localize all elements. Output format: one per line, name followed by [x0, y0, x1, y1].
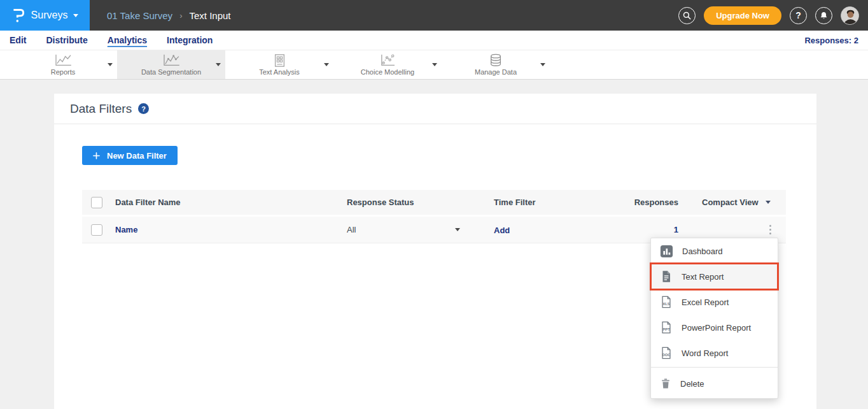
responses-value[interactable]: 1: [631, 225, 685, 234]
toolbar-item-label: Data Segmentation: [141, 68, 201, 76]
menu-item-word-report[interactable]: DOC Word Report: [651, 340, 778, 366]
table-header-row: Data Filter Name Response Status Time Fi…: [82, 190, 786, 217]
col-header-time-filter: Time Filter: [489, 197, 631, 207]
menu-item-label: Excel Report: [682, 298, 729, 307]
menu-item-powerpoint-report[interactable]: PPT PowerPoint Report: [651, 315, 778, 340]
dotted-trend-icon: [378, 54, 397, 68]
toolbar-item-manage-data[interactable]: Manage Data: [442, 50, 550, 79]
menu-divider: [651, 367, 778, 368]
col-header-response-status: Response Status: [342, 197, 489, 207]
chevron-down-icon: [766, 201, 771, 204]
breadcrumb-separator: ›: [179, 11, 182, 20]
chevron-down-icon: [73, 14, 78, 17]
toolbar-item-text-analysis[interactable]: Text Analysis: [225, 50, 333, 79]
trash-icon: [659, 377, 672, 390]
notifications-button[interactable]: [815, 7, 832, 24]
question-mark-icon: ?: [141, 105, 146, 113]
analytics-toolbar: Reports Data Segmentation: [0, 50, 868, 80]
user-avatar[interactable]: [841, 6, 859, 25]
database-icon: [487, 54, 504, 68]
ppt-file-icon: PPT: [659, 320, 673, 334]
toolbar-item-label: Manage Data: [475, 68, 517, 76]
scatter-line-chart-icon: [161, 54, 181, 68]
news-grid-icon: [271, 54, 288, 68]
plus-icon: [93, 152, 100, 159]
menu-item-label: Word Report: [682, 348, 728, 358]
breadcrumb-survey-link[interactable]: 01 Take Survey: [107, 10, 172, 21]
tab-edit[interactable]: Edit: [10, 35, 26, 46]
menu-item-label: Delete: [680, 379, 704, 389]
toolbar-item-choice-modelling[interactable]: Choice Modelling: [333, 50, 442, 79]
data-filters-help-icon[interactable]: ?: [138, 103, 149, 114]
menu-item-excel-report[interactable]: XLS Excel Report: [651, 289, 778, 315]
row-checkbox[interactable]: [91, 224, 102, 236]
responses-count: Responses: 2: [804, 36, 858, 45]
menu-item-label: PowerPoint Report: [682, 323, 751, 333]
response-status-select[interactable]: All: [342, 225, 460, 234]
product-name: Surveys: [31, 10, 68, 21]
chevron-down-icon[interactable]: [432, 63, 437, 66]
proprofs-logo-icon: [11, 7, 25, 24]
toolbar-item-reports[interactable]: Reports: [9, 50, 117, 79]
card-header: Data Filters ?: [54, 94, 816, 124]
row-actions: [685, 223, 786, 237]
help-button[interactable]: ?: [790, 7, 807, 24]
chevron-down-icon[interactable]: [540, 63, 545, 66]
select-all-checkbox[interactable]: [91, 197, 102, 208]
chevron-down-icon[interactable]: [324, 63, 329, 66]
upgrade-now-button[interactable]: Upgrade Now: [704, 6, 781, 25]
dashboard-icon: [659, 244, 674, 259]
nav-tabs: Edit Distribute Analytics Integration: [10, 35, 213, 46]
tab-integration[interactable]: Integration: [167, 35, 213, 46]
menu-item-text-report[interactable]: Text Report: [651, 264, 778, 289]
search-button[interactable]: [678, 7, 696, 24]
card-body: New Data Filter Data Filter Name Respons…: [54, 124, 816, 243]
compact-view-dropdown[interactable]: Compact View: [702, 197, 786, 207]
text-report-icon: [659, 269, 673, 283]
time-filter-add-link[interactable]: Add: [494, 226, 510, 235]
doc-file-icon: DOC: [659, 346, 673, 360]
new-data-filter-label: New Data Filter: [107, 151, 167, 161]
col-header-responses: Responses: [631, 197, 685, 207]
menu-item-label: Text Report: [682, 272, 724, 282]
row-menu-kebab-icon[interactable]: [767, 223, 774, 237]
line-chart-icon: [53, 54, 73, 68]
chevron-down-icon: [455, 228, 460, 231]
menu-item-dashboard[interactable]: Dashboard: [651, 238, 778, 264]
compact-view-label: Compact View: [702, 197, 759, 207]
toolbar-item-data-segmentation[interactable]: Data Segmentation: [117, 50, 225, 79]
menu-item-label: Dashboard: [682, 247, 723, 256]
response-status-value: All: [347, 225, 356, 234]
product-switcher[interactable]: Surveys: [0, 0, 90, 31]
xls-file-icon: XLS: [659, 295, 673, 309]
ppt-icon-text: PPT: [662, 327, 670, 331]
topbar-actions: Upgrade Now ?: [678, 0, 868, 31]
tab-analytics[interactable]: Analytics: [108, 35, 147, 46]
filter-name-link[interactable]: Name: [115, 225, 342, 234]
tab-distribute[interactable]: Distribute: [46, 35, 87, 46]
doc-icon-text: DOC: [662, 353, 671, 357]
page-title: Data Filters: [70, 102, 132, 116]
row-actions-menu: Dashboard Text Report XLS Excel Report: [650, 238, 778, 399]
chevron-down-icon[interactable]: [108, 63, 113, 66]
breadcrumb: 01 Take Survey › Text Input: [90, 0, 231, 31]
app-window: Surveys 01 Take Survey › Text Input Upgr…: [0, 0, 868, 409]
xls-icon-text: XLS: [662, 302, 670, 306]
col-header-data-filter-name: Data Filter Name: [115, 197, 342, 207]
breadcrumb-current-page: Text Input: [189, 10, 230, 21]
menu-item-delete[interactable]: Delete: [651, 369, 778, 398]
chevron-down-icon[interactable]: [216, 63, 221, 66]
toolbar-item-label: Reports: [51, 68, 76, 76]
toolbar-item-label: Choice Modelling: [361, 68, 414, 76]
question-mark-icon: ?: [795, 10, 801, 20]
survey-nav: Edit Distribute Analytics Integration Re…: [0, 31, 868, 50]
bell-icon: [819, 11, 829, 20]
avatar-photo: [841, 7, 859, 25]
search-icon: [682, 11, 692, 20]
top-header: Surveys 01 Take Survey › Text Input Upgr…: [0, 0, 868, 31]
toolbar-item-label: Text Analysis: [259, 68, 300, 76]
new-data-filter-button[interactable]: New Data Filter: [82, 146, 178, 165]
